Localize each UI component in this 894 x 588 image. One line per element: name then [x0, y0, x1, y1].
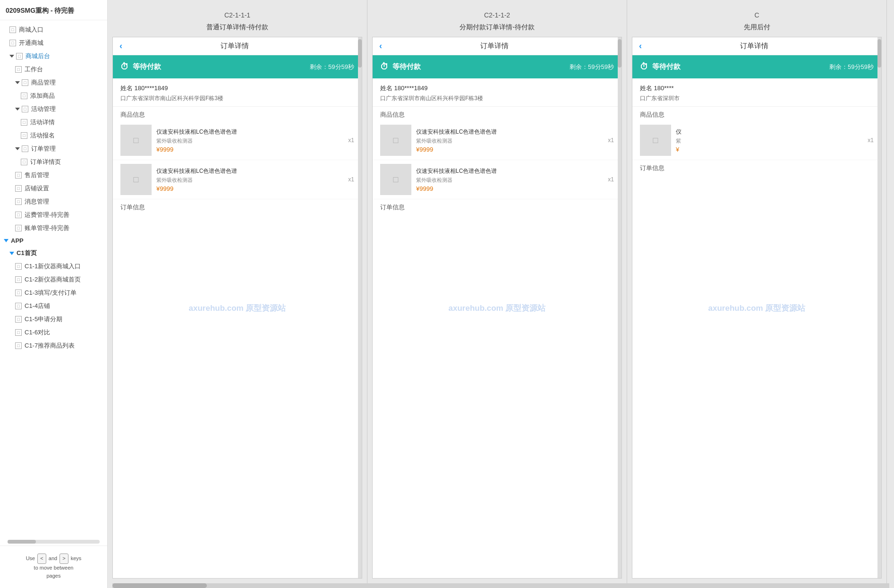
frame-scrollbar-thumb-page3	[877, 39, 881, 68]
frame-scrollbar-page2[interactable]	[618, 37, 622, 578]
sidebar-item-open-shop[interactable]: □开通商城	[0, 36, 107, 50]
customer-section-page3: 姓名 180**** 口广东省深圳市	[632, 78, 881, 107]
sidebar-item-activity-mgmt[interactable]: □活动管理	[0, 102, 107, 116]
sidebar-item-shipping-mgmt[interactable]: □运费管理-待完善	[0, 208, 107, 222]
c1-4-page-icon: □	[15, 303, 22, 309]
customer-name-page3: 姓名 180****	[640, 84, 874, 93]
sidebar-item-app[interactable]: APP	[0, 235, 107, 247]
c1-7-page-icon: □	[15, 342, 22, 349]
page-frame-page3: ‹ 订单详情 ⏱ 等待付款 剩余：59分59秒 axurehub.com 原型资…	[632, 37, 882, 579]
product-img-page3-0: □	[640, 125, 671, 156]
account-mgmt-page-icon: □	[15, 225, 22, 231]
sidebar-scroll-h-container	[0, 539, 107, 545]
product-sub-page1-1: 紫外吸收检测器	[156, 177, 341, 184]
page-frame-page1: ‹ 订单详情 ⏱ 等待付款 剩余：59分59秒 axurehub.com 原型资…	[112, 37, 362, 579]
sidebar-item-activity-detail[interactable]: □活动详情	[0, 116, 107, 129]
frame-title-page2: 订单详情	[480, 42, 509, 51]
sidebar-title: 0209SMG重构 - 待完善	[0, 0, 107, 20]
clock-icon-page1: ⏱	[120, 62, 129, 72]
sidebar-item-shop-settings[interactable]: □店铺设置	[0, 182, 107, 195]
product-qty-page1-0: x1	[348, 137, 354, 144]
back-arrow-page2[interactable]: ‹	[379, 41, 382, 51]
sidebar: 0209SMG重构 - 待完善 □商城入口□开通商城□商城后台□工作台□商品管理…	[0, 0, 108, 588]
c1-4-label: C1-4店铺	[25, 302, 50, 310]
order-section-page1: 订单信息	[113, 199, 362, 213]
frame-header-page3: ‹ 订单详情	[632, 37, 881, 55]
product-section-title-page3: 商品信息	[632, 107, 881, 121]
pages-container: C2-1-1-1普通订单详情-待付款 ‹ 订单详情 ⏱ 等待付款 剩余：59分5…	[108, 0, 894, 583]
order-mgmt-page-icon: □	[22, 145, 28, 152]
back-arrow-page1[interactable]: ‹	[119, 41, 122, 51]
watermark-page2: axurehub.com 原型资源站	[449, 302, 546, 313]
product-info-page2-1: 仪速安科技液相LC色谱色谱色谱 紫外吸收检测器 ¥9999	[416, 167, 600, 192]
sidebar-item-c1-4[interactable]: □C1-4店铺	[0, 299, 107, 313]
product-section-title-page2: 商品信息	[373, 107, 622, 121]
frame-scrollbar-thumb-page1	[358, 39, 362, 68]
page-label-page3: C先用后付	[627, 0, 886, 37]
sidebar-item-order-mgmt[interactable]: □订单管理	[0, 142, 107, 155]
page-label-page2: C2-1-1-2分期付款订单详情-待付款	[367, 0, 627, 37]
product-img-page2-0: □	[380, 125, 411, 156]
shop-entry-page-icon: □	[9, 26, 16, 33]
c1-7-label: C1-7推荐商品列表	[25, 341, 75, 350]
sidebar-item-c1-home[interactable]: C1首页	[0, 247, 107, 260]
product-name-page1-0: 仪速安科技液相LC色谱色谱色谱	[156, 128, 341, 136]
after-sale-label: 售后管理	[25, 171, 49, 179]
app-label: APP	[11, 237, 24, 244]
sidebar-item-c1-1[interactable]: □C1-1新仪器商城入口	[0, 260, 107, 273]
sidebar-item-c1-7[interactable]: □C1-7推荐商品列表	[0, 339, 107, 352]
activity-mgmt-page-icon: □	[22, 106, 28, 112]
sidebar-item-account-mgmt[interactable]: □账单管理-待完善	[0, 222, 107, 235]
after-sale-page-icon: □	[15, 172, 22, 179]
sidebar-item-after-sale[interactable]: □售后管理	[0, 169, 107, 182]
sidebar-item-shop-backend[interactable]: □商城后台	[0, 50, 107, 63]
product-info-page2-0: 仪速安科技液相LC色谱色谱色谱 紫外吸收检测器 ¥9999	[416, 128, 600, 153]
key-hint-and: and	[49, 555, 59, 561]
page-name-page1: 普通订单详情-待付款	[112, 21, 362, 33]
product-price-page2-1: ¥9999	[416, 185, 600, 192]
back-arrow-page3[interactable]: ‹	[639, 41, 642, 51]
c1-6-page-icon: □	[15, 329, 22, 336]
page-code-page2: C2-1-1-2	[372, 9, 622, 21]
page-column-page3: C先用后付 ‹ 订单详情 ⏱ 等待付款 剩余：59分59秒 axurehub.c…	[627, 0, 887, 583]
sidebar-item-product-mgmt[interactable]: □商品管理	[0, 76, 107, 89]
bottom-scrollbar[interactable]	[112, 583, 889, 588]
product-info-page1-0: 仪速安科技液相LC色谱色谱色谱 紫外吸收检测器 ¥9999	[156, 128, 341, 153]
page-code-page3: C	[632, 9, 882, 21]
sidebar-item-c1-5[interactable]: □C1-5申请分期	[0, 313, 107, 326]
frame-scrollbar-page3[interactable]	[877, 37, 881, 578]
page-frame-page2: ‹ 订单详情 ⏱ 等待付款 剩余：59分59秒 axurehub.com 原型资…	[372, 37, 622, 579]
product-price-page3-0: ¥	[676, 146, 860, 153]
activity-signup-page-icon: □	[21, 132, 27, 139]
clock-icon-page2: ⏱	[380, 62, 389, 72]
countdown-page3: 剩余：59分59秒	[829, 63, 874, 71]
workbench-page-icon: □	[15, 66, 22, 73]
sidebar-bottom: Use < and > keysto move betweenpages	[0, 545, 107, 588]
order-section-page3: 订单信息	[632, 160, 881, 174]
bottom-scrollbar-thumb	[112, 583, 207, 588]
sidebar-item-shop-entry[interactable]: □商城入口	[0, 23, 107, 36]
product-img-page1-1: □	[120, 164, 152, 195]
sidebar-item-activity-signup[interactable]: □活动报名	[0, 129, 107, 142]
sidebar-item-c1-3[interactable]: □C1-3填写/支付订单	[0, 286, 107, 299]
c1-home-expand-icon	[9, 252, 14, 255]
sidebar-item-c1-6[interactable]: □C1-6对比	[0, 326, 107, 339]
product-price-page1-0: ¥9999	[156, 146, 341, 153]
activity-detail-label: 活动详情	[30, 118, 55, 127]
sidebar-item-c1-2[interactable]: □C1-2新仪器商城首页	[0, 273, 107, 286]
customer-section-page2: 姓名 180****1849 口广东省深圳市南山区科兴科学园F栋3楼	[373, 78, 622, 107]
c1-2-label: C1-2新仪器商城首页	[25, 275, 81, 284]
frame-scrollbar-page1[interactable]	[358, 37, 362, 578]
frame-header-page1: ‹ 订单详情	[113, 37, 362, 55]
product-mgmt-page-icon: □	[22, 79, 28, 86]
sidebar-item-add-product[interactable]: □添加商品	[0, 89, 107, 102]
sidebar-item-order-detail[interactable]: □订单详情页	[0, 155, 107, 169]
status-text-page1: 等待付款	[133, 62, 161, 71]
shop-settings-label: 店铺设置	[25, 184, 49, 193]
product-name-page2-0: 仪速安科技液相LC色谱色谱色谱	[416, 128, 600, 136]
sidebar-horizontal-scrollbar[interactable]	[8, 540, 100, 544]
sidebar-item-msg-mgmt[interactable]: □消息管理	[0, 195, 107, 208]
c1-6-label: C1-6对比	[25, 328, 50, 337]
product-item-page2-0: □ 仪速安科技液相LC色谱色谱色谱 紫外吸收检测器 ¥9999 x1	[373, 121, 622, 160]
sidebar-item-workbench[interactable]: □工作台	[0, 63, 107, 76]
